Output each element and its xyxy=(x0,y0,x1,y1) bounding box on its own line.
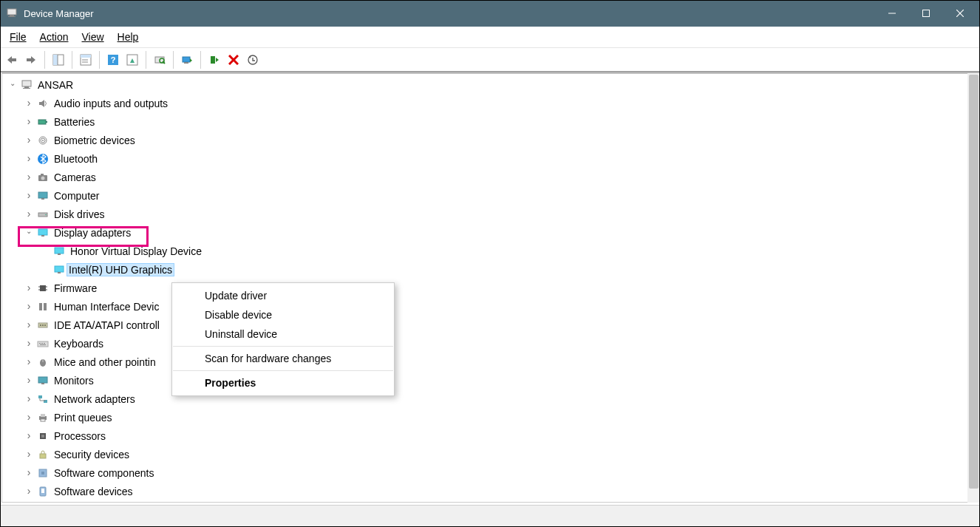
svg-rect-22 xyxy=(184,62,188,64)
chevron-right-icon[interactable] xyxy=(23,412,35,424)
menu-bar: File Action View Help xyxy=(0,27,980,48)
svg-rect-44 xyxy=(41,235,44,237)
tree-item-label: Monitors xyxy=(52,375,95,387)
chevron-right-icon[interactable] xyxy=(23,153,35,165)
chevron-right-icon[interactable] xyxy=(23,282,35,294)
chevron-right-icon[interactable] xyxy=(23,171,35,183)
minimize-button[interactable] xyxy=(875,0,909,27)
chevron-right-icon[interactable] xyxy=(23,319,35,331)
svg-rect-76 xyxy=(40,454,46,458)
scrollbar-thumb[interactable] xyxy=(969,75,979,489)
toolbar-back-button[interactable] xyxy=(3,51,21,69)
svg-rect-60 xyxy=(38,341,48,347)
svg-rect-38 xyxy=(41,174,44,176)
tree-item-batteries[interactable]: Batteries xyxy=(18,112,979,131)
tree-item-bluetooth[interactable]: Bluetooth xyxy=(18,149,979,168)
chevron-right-icon[interactable] xyxy=(23,98,35,109)
chevron-right-icon[interactable] xyxy=(23,393,35,405)
menu-help[interactable]: Help xyxy=(111,28,146,46)
svg-rect-27 xyxy=(22,81,31,86)
tree-scroll-area[interactable]: ANSAR Audio inputs and outputs Batteries xyxy=(1,72,979,503)
chevron-right-icon[interactable] xyxy=(23,338,35,350)
tree-root-row[interactable]: ANSAR xyxy=(2,75,979,94)
tree-item-label: Batteries xyxy=(52,116,96,128)
tree-item-display-adapters[interactable]: Display adapters xyxy=(18,223,979,242)
tree-item-label: Display adapters xyxy=(52,227,132,239)
svg-rect-72 xyxy=(41,414,45,417)
toolbar-separator xyxy=(99,51,100,69)
close-button[interactable] xyxy=(943,0,977,27)
chevron-right-icon[interactable] xyxy=(23,116,35,128)
toolbar-disable-device-button[interactable] xyxy=(225,51,242,69)
tree-item-mice[interactable]: Mice and other pointin xyxy=(18,353,979,371)
tree-item-intel-uhd-graphics[interactable]: Intel(R) UHD Graphics xyxy=(35,260,979,279)
chevron-right-icon[interactable] xyxy=(23,356,35,368)
tree-item-cameras[interactable]: Cameras xyxy=(18,168,979,186)
svg-rect-80 xyxy=(41,489,44,493)
tree-item-disk[interactable]: Disk drives xyxy=(18,205,979,223)
toolbar-show-hide-tree-button[interactable] xyxy=(50,51,67,69)
chip-icon xyxy=(36,282,50,295)
tree-item-honor-virtual-display[interactable]: Honor Virtual Display Device xyxy=(35,242,979,260)
tree-item-label: Human Interface Devic xyxy=(52,301,160,313)
toolbar-update-driver-button[interactable] xyxy=(178,51,196,69)
tree-item-label: Firmware xyxy=(52,282,98,294)
toolbar-scan-hardware-button[interactable] xyxy=(151,51,169,69)
tree-item-software-components[interactable]: Software components xyxy=(18,463,979,482)
toolbar-action-button[interactable] xyxy=(123,51,141,69)
menu-view[interactable]: View xyxy=(75,28,110,46)
context-menu-scan-hardware[interactable]: Scan for hardware changes xyxy=(172,349,394,368)
chevron-down-icon[interactable] xyxy=(23,228,35,237)
tree-item-processors[interactable]: Processors xyxy=(18,426,979,445)
tree-item-label: IDE ATA/ATAPI controll xyxy=(52,319,161,331)
tree-item-computer[interactable]: Computer xyxy=(18,186,979,205)
tree-item-print-queues[interactable]: Print queues xyxy=(18,408,979,426)
tree-item-keyboards[interactable]: Keyboards xyxy=(18,334,979,353)
monitor-icon xyxy=(36,374,50,387)
toolbar-enable-device-button[interactable] xyxy=(205,51,223,69)
toolbar-uninstall-device-button[interactable] xyxy=(244,51,262,69)
context-menu-update-driver[interactable]: Update driver xyxy=(172,286,394,305)
chevron-right-icon[interactable] xyxy=(23,449,35,460)
tree-item-label: Intel(R) UHD Graphics xyxy=(67,263,174,276)
context-menu-disable-device[interactable]: Disable device xyxy=(172,305,394,324)
chevron-right-icon[interactable] xyxy=(23,486,35,497)
bluetooth-icon xyxy=(36,152,50,166)
context-menu-properties[interactable]: Properties xyxy=(172,373,394,392)
tree-item-network[interactable]: Network adapters xyxy=(18,390,979,408)
svg-point-59 xyxy=(44,324,46,326)
chevron-down-icon[interactable] xyxy=(7,81,18,89)
toolbar-forward-button[interactable] xyxy=(22,51,40,69)
tree-item-ide[interactable]: IDE ATA/ATAPI controll xyxy=(18,316,979,334)
toolbar-help-button[interactable]: ? xyxy=(104,51,122,69)
tree-item-security[interactable]: Security devices xyxy=(18,445,979,463)
menu-file[interactable]: File xyxy=(3,28,33,46)
tree-item-label: Biometric devices xyxy=(52,135,137,146)
tree-item-biometric[interactable]: Biometric devices xyxy=(18,131,979,149)
toolbar-properties-button[interactable] xyxy=(77,51,95,69)
tree-item-hid[interactable]: Human Interface Devic xyxy=(18,297,979,316)
chevron-right-icon[interactable] xyxy=(23,190,35,202)
maximize-button[interactable] xyxy=(909,0,943,27)
chevron-right-icon[interactable] xyxy=(23,467,35,479)
mouse-icon xyxy=(36,356,50,369)
chevron-right-icon[interactable] xyxy=(23,135,35,146)
tree-item-audio[interactable]: Audio inputs and outputs xyxy=(18,94,979,112)
svg-point-34 xyxy=(42,140,44,141)
menu-action[interactable]: Action xyxy=(33,28,75,46)
context-menu-uninstall-device[interactable]: Uninstall device xyxy=(172,324,394,344)
speaker-icon xyxy=(36,97,50,110)
svg-rect-61 xyxy=(39,343,41,344)
chevron-right-icon[interactable] xyxy=(23,430,35,442)
cpu-icon xyxy=(36,429,50,443)
vertical-scrollbar[interactable] xyxy=(967,73,980,503)
tree-item-firmware[interactable]: Firmware xyxy=(18,279,979,297)
chevron-right-icon[interactable] xyxy=(23,375,35,387)
status-bar xyxy=(0,505,980,527)
tree-item-software-devices[interactable]: Software devices xyxy=(18,482,979,500)
tree-item-monitors[interactable]: Monitors xyxy=(18,371,979,390)
main-pane: ANSAR Audio inputs and outputs Batteries xyxy=(0,72,980,503)
chevron-right-icon[interactable] xyxy=(23,301,35,313)
tree-item-label: Bluetooth xyxy=(52,153,99,165)
chevron-right-icon[interactable] xyxy=(23,208,35,220)
